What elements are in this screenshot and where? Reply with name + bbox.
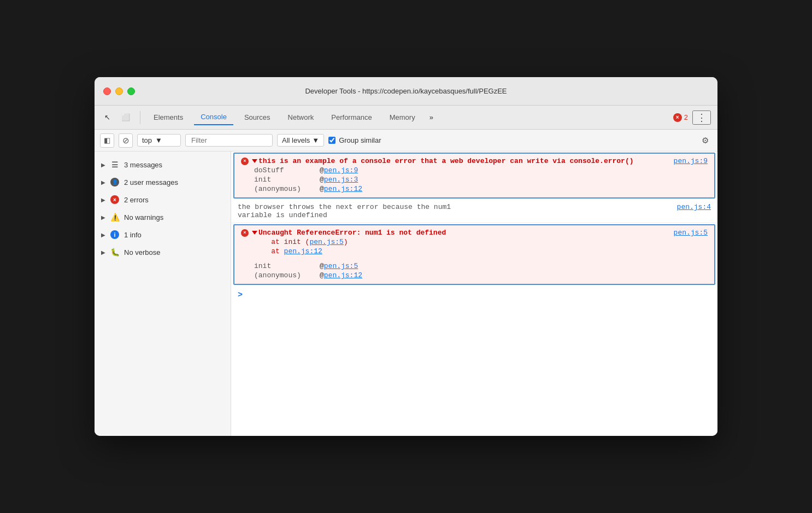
info-file-link[interactable]: pen.js:4 [677,203,711,211]
sidebar-item-all-messages[interactable]: ▶ ☰ 3 messages [95,156,231,173]
tab-elements[interactable]: Elements [147,110,190,125]
cursor-tool-button[interactable]: ↖ [101,111,114,124]
sidebar-item-warnings[interactable]: ▶ ⚠️ No warnings [95,208,231,226]
stack-line-3: (anonymous) @ pen.js:12 [241,185,708,193]
fn-name: doStuff [254,166,320,174]
user-icon: 👤 [110,177,120,187]
at-label: @ [320,176,324,184]
clear-console-button[interactable]: ⊘ [119,133,133,148]
error-header-line: × this is an example of a console error … [241,157,708,165]
arrow-icon: ▶ [101,179,105,185]
group-similar-label: Group similar [339,136,381,144]
error-message-2: Uncaught ReferenceError: num1 is not def… [252,229,670,237]
expand-icon-2[interactable] [252,231,257,235]
context-dropdown[interactable]: top ▼ [137,134,181,147]
sidebar-item-label: 2 errors [124,196,149,204]
error-icon: × [110,195,120,205]
stack-file-link-4[interactable]: pen.js:5 [324,262,358,270]
error-header-line-2: × Uncaught ReferenceError: num1 is not d… [241,229,708,237]
error-circle-icon: × [241,158,249,165]
filter-input[interactable] [185,134,273,147]
bug-icon: 🐛 [110,247,120,257]
expand-icon[interactable] [252,159,257,163]
window-title: Developer Tools - https://codepen.io/kay… [305,87,507,95]
file-link-1[interactable]: pen.js:9 [674,157,708,165]
stack-file-link-3[interactable]: pen.js:12 [324,185,362,193]
error-stack-text: at init (pen.js:5) [241,238,708,246]
tab-performance[interactable]: Performance [325,110,378,125]
console-output: × this is an example of a console error … [231,151,717,436]
at-label: @ [320,185,324,193]
console-toolbar: ◧ ⊘ top ▼ All levels ▼ Group similar ⚙ [95,130,717,151]
maximize-button[interactable] [127,88,135,95]
warning-icon: ⚠️ [110,212,120,222]
inline-link-2[interactable]: pen.js:12 [284,247,322,255]
more-tabs-button[interactable]: » [426,111,437,124]
stack-file-link-2[interactable]: pen.js:3 [324,176,358,184]
fn-name: init [254,262,320,270]
group-similar-checkbox-group: Group similar [328,136,381,144]
file-link-2[interactable]: pen.js:5 [674,229,708,237]
console-sidebar: ▶ ☰ 3 messages ▶ 👤 2 user messages ▶ × 2… [95,151,231,436]
error-icon-circle: × [673,113,682,122]
tab-memory[interactable]: Memory [383,110,422,125]
stack-line-2: init @ pen.js:3 [241,176,708,184]
group-similar-checkbox[interactable] [328,137,336,144]
sidebar-item-verbose[interactable]: ▶ 🐛 No verbose [95,243,231,261]
arrow-icon: ▶ [101,162,105,168]
sidebar-item-label: No warnings [124,213,163,221]
tab-console[interactable]: Console [194,109,233,125]
arrow-icon: ▶ [101,232,105,238]
stack-line-4: init @ pen.js:5 [241,262,708,270]
inline-link-1[interactable]: pen.js:5 [309,238,343,246]
arrow-icon: ▶ [101,214,105,220]
separator [140,111,140,124]
fn-name: (anonymous) [254,185,320,193]
error-badge: × 2 [673,113,688,122]
stack-line-1: doStuff @ pen.js:9 [241,166,708,174]
settings-gear-button[interactable]: ⚙ [698,133,712,148]
info-line: the browser throws the next error becaus… [238,203,711,219]
at-label: @ [320,262,324,270]
traffic-lights [103,88,135,95]
error-circle-icon-2: × [241,229,249,237]
sidebar-item-info[interactable]: ▶ i 1 info [95,226,231,243]
tab-sources[interactable]: Sources [238,110,277,125]
sidebar-item-label: 2 user messages [124,178,178,186]
levels-arrow: ▼ [312,136,319,144]
fn-name: (anonymous) [254,271,320,279]
stack-file-link-1[interactable]: pen.js:9 [324,166,358,174]
at-label: @ [320,166,324,174]
tab-bar: ↖ ⬜ Elements Console Sources Network Per… [95,106,717,130]
sidebar-item-user-messages[interactable]: ▶ 👤 2 user messages [95,173,231,191]
console-info-1: the browser throws the next error becaus… [231,200,717,223]
dropdown-arrow: ▼ [155,136,162,144]
fn-name: init [254,176,320,184]
error-message-1: this is an example of a console error th… [252,157,670,165]
title-bar: Developer Tools - https://codepen.io/kay… [95,77,717,106]
tab-network[interactable]: Network [281,110,321,125]
sidebar-toggle-button[interactable]: ◧ [100,133,114,148]
inspect-button[interactable]: ⬜ [118,111,133,124]
error-count: 2 [684,113,688,121]
arrow-icon: ▶ [101,249,105,255]
close-button[interactable] [103,88,111,95]
arrow-icon: ▶ [101,197,105,203]
sidebar-item-errors[interactable]: ▶ × 2 errors [95,191,231,208]
main-area: ▶ ☰ 3 messages ▶ 👤 2 user messages ▶ × 2… [95,151,717,436]
devtools-menu-button[interactable]: ⋮ [692,110,711,125]
prompt-symbol: > [238,290,243,300]
console-prompt[interactable]: > [231,286,717,304]
levels-dropdown[interactable]: All levels ▼ [277,134,324,147]
stack-line-5: (anonymous) @ pen.js:12 [241,271,708,279]
console-error-2: × Uncaught ReferenceError: num1 is not d… [233,224,715,285]
at-label: @ [320,271,324,279]
info-icon: i [110,230,120,240]
sidebar-item-label: 3 messages [124,161,162,169]
levels-label: All levels [282,136,310,144]
stack-file-link-5[interactable]: pen.js:12 [324,271,362,279]
error-stack-text-2: at pen.js:12 [241,247,708,255]
minimize-button[interactable] [115,88,123,95]
context-label: top [142,136,152,144]
sidebar-item-label: No verbose [124,248,160,256]
